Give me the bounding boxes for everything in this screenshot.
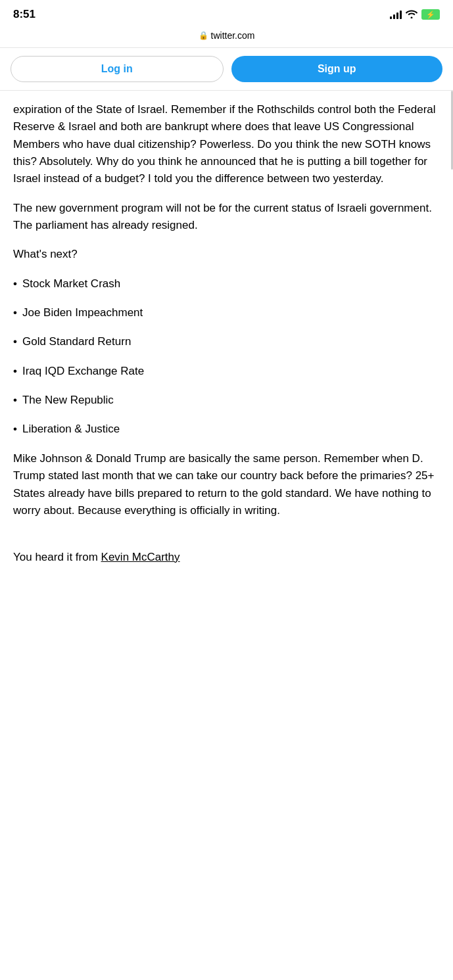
bullet-item-text: Iraq IQD Exchange Rate <box>22 363 144 380</box>
bullet-item-text: Gold Standard Return <box>22 333 131 350</box>
status-icons: ⚡ <box>390 9 440 20</box>
status-bar: 8:51 ⚡ <box>0 0 453 26</box>
bullet-item-text: The New Republic <box>22 392 114 409</box>
wifi-icon <box>406 9 417 20</box>
list-item: •Iraq IQD Exchange Rate <box>13 363 440 380</box>
bullet-dot: • <box>13 392 17 409</box>
list-item: •The New Republic <box>13 392 440 409</box>
bullet-list: •Stock Market Crash•Joe Biden Impeachmen… <box>13 275 440 438</box>
signature-name: Kevin McCarthy <box>101 551 180 563</box>
bullet-item-text: Stock Market Crash <box>22 275 120 292</box>
bullet-dot: • <box>13 363 17 380</box>
bullet-item-text: Joe Biden Impeachment <box>22 304 143 321</box>
auth-buttons-bar: Log in Sign up <box>0 48 453 91</box>
status-time: 8:51 <box>13 8 36 21</box>
signup-button[interactable]: Sign up <box>231 56 443 82</box>
tweet-content: expiration of the State of Israel. Remem… <box>0 91 453 576</box>
signal-bar-3 <box>396 12 398 19</box>
bullet-dot: • <box>13 421 17 438</box>
signature-text-prefix: You heard it from <box>13 551 101 563</box>
tweet-paragraph-2: The new government program will not be f… <box>13 200 440 235</box>
list-item: •Liberation & Justice <box>13 421 440 438</box>
tweet-content-wrapper: expiration of the State of Israel. Remem… <box>0 91 453 576</box>
battery-charging-icon: ⚡ <box>426 11 435 19</box>
login-button[interactable]: Log in <box>11 56 224 82</box>
list-item: •Gold Standard Return <box>13 333 440 350</box>
bullet-dot: • <box>13 333 17 350</box>
signal-bar-4 <box>400 11 402 19</box>
signal-bar-2 <box>393 14 395 19</box>
list-item: •Joe Biden Impeachment <box>13 304 440 321</box>
battery-icon: ⚡ <box>421 9 440 20</box>
bullet-dot: • <box>13 304 17 321</box>
bullet-item-text: Liberation & Justice <box>22 421 120 438</box>
tweet-signature: You heard it from Kevin McCarthy <box>13 549 440 566</box>
tweet-paragraph-1: expiration of the State of Israel. Remem… <box>13 101 440 188</box>
url-bar[interactable]: 🔒 twitter.com <box>0 26 453 48</box>
domain-text: twitter.com <box>211 30 255 41</box>
url-text: 🔒 twitter.com <box>13 30 440 41</box>
list-item: •Stock Market Crash <box>13 275 440 292</box>
signal-icon <box>390 10 402 19</box>
bullet-dot: • <box>13 275 17 292</box>
tweet-closing-paragraph: Mike Johnson & Donald Trump are basicall… <box>13 450 440 519</box>
lock-icon: 🔒 <box>199 31 208 40</box>
tweet-paragraph-3: What's next? <box>13 246 440 263</box>
signal-bar-1 <box>390 16 392 19</box>
